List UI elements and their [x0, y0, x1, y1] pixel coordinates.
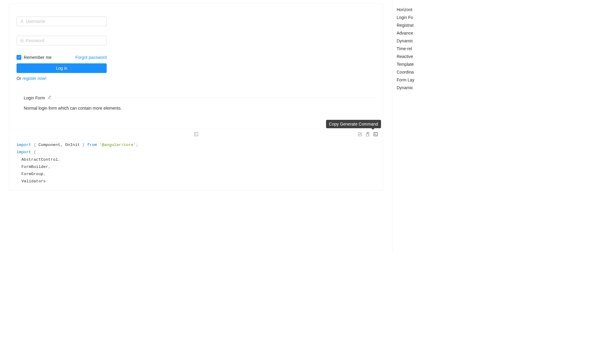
login-button[interactable]: Log in	[17, 63, 107, 73]
login-form: Remember me Forgot password Log in Or re…	[17, 17, 107, 81]
code-actions-bar: Copy Generate Command	[9, 128, 383, 137]
code-block: import { Component, OnInit } from '@angu…	[9, 137, 383, 190]
nav-item-dynamic[interactable]: Dynamic	[397, 37, 421, 44]
section-description: Normal login form which can contain more…	[17, 100, 376, 111]
register-link[interactable]: register now!	[22, 76, 46, 81]
username-input[interactable]	[17, 17, 107, 26]
nav-item-template[interactable]: Template	[397, 61, 421, 68]
remember-me-label: Remember me	[24, 55, 52, 60]
username-field-wrapper	[17, 17, 107, 26]
terminal-button[interactable]	[373, 132, 378, 138]
side-nav: Horizont Login Fo Registrat Advance Dyna…	[392, 0, 421, 253]
nav-item-dynamic-2[interactable]: Dynamic	[397, 84, 421, 91]
nav-item-time-related[interactable]: Time-rel	[397, 45, 421, 52]
code-expand-icon	[194, 132, 199, 137]
expand-code-button[interactable]	[194, 132, 199, 137]
copy-code-button[interactable]	[365, 132, 370, 138]
or-text: Or	[17, 76, 22, 81]
nav-item-advanced[interactable]: Advance	[397, 29, 421, 37]
user-icon	[20, 19, 24, 23]
snippets-icon	[365, 132, 370, 137]
tooltip-copy-generate: Copy Generate Command	[326, 120, 381, 128]
password-input[interactable]	[17, 36, 107, 45]
nav-item-coordinated[interactable]: Coordina	[397, 68, 421, 76]
section-header: Login Form	[17, 95, 376, 100]
remember-me-checkbox[interactable]: Remember me	[17, 55, 52, 60]
form-edit-icon	[358, 132, 362, 137]
edit-code-button[interactable]	[358, 132, 362, 138]
register-row: Or register now!	[17, 76, 107, 81]
demo-card: Remember me Forgot password Log in Or re…	[9, 4, 383, 190]
main-content: Remember me Forgot password Log in Or re…	[0, 0, 392, 253]
edit-icon[interactable]	[47, 95, 52, 100]
nav-item-login-form[interactable]: Login Fo	[397, 14, 421, 21]
code-icon	[373, 132, 378, 137]
section-title: Login Form	[24, 96, 45, 100]
password-field-wrapper	[17, 36, 107, 45]
lock-icon	[20, 38, 24, 43]
forgot-password-link[interactable]: Forgot password	[75, 55, 107, 60]
nav-item-registration[interactable]: Registrat	[397, 22, 421, 29]
nav-item-form-layout[interactable]: Form Lay	[397, 76, 421, 83]
nav-item-reactive[interactable]: Reactive	[397, 53, 421, 60]
nav-item-horizontal[interactable]: Horizont	[397, 6, 421, 13]
check-icon	[17, 56, 20, 59]
